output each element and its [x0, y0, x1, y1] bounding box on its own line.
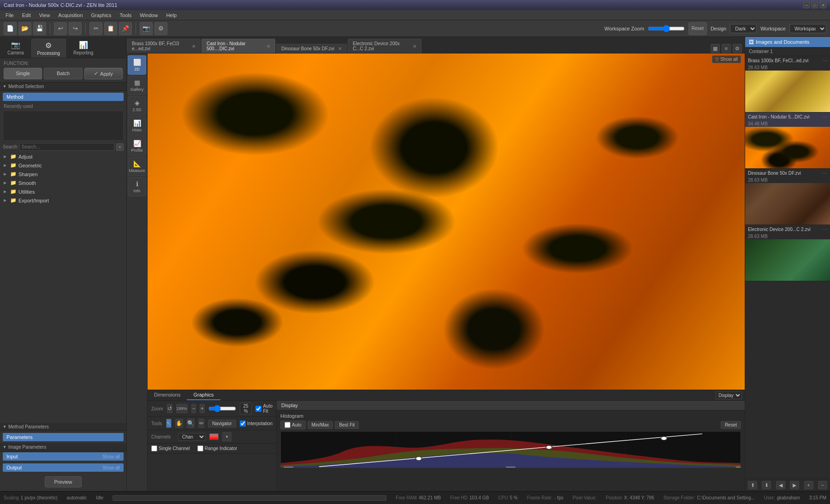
zoom-in-button[interactable]: +: [200, 404, 205, 413]
range-indicator-checkbox[interactable]: Range Indicator: [197, 445, 237, 451]
auto-fit-checkbox[interactable]: Auto Fit: [255, 403, 273, 414]
panel-add-button[interactable]: +: [804, 481, 813, 489]
navigator-button[interactable]: Navigator: [208, 420, 236, 427]
menu-edit[interactable]: Edit: [18, 12, 35, 19]
zoom-reset-button[interactable]: ↺: [167, 404, 172, 413]
view-profile-button[interactable]: 📈 Profile: [128, 136, 146, 156]
zoom-slider[interactable]: [208, 405, 236, 412]
theme-select[interactable]: Dark: [730, 24, 757, 33]
view-measure-button[interactable]: 📐 Measure: [128, 157, 146, 176]
panel-next-button[interactable]: ▶: [790, 481, 799, 489]
doc-brass-menu[interactable]: ···: [823, 58, 827, 63]
search-input[interactable]: [19, 143, 114, 151]
tab-electronic-close[interactable]: ✕: [413, 44, 416, 49]
menu-tools[interactable]: Tools: [116, 12, 136, 19]
input-show-all[interactable]: Show all: [102, 454, 120, 459]
interpolation-checkbox[interactable]: Interpolation: [240, 421, 273, 427]
tab-dinosaur-close[interactable]: ✕: [338, 46, 342, 51]
view-gallery-button[interactable]: ▦ Gallery: [128, 76, 146, 95]
menu-view[interactable]: View: [36, 12, 54, 19]
tool-cursor[interactable]: ↖: [166, 419, 172, 428]
channel-select[interactable]: Chan: [178, 433, 206, 441]
reset-button[interactable]: Reset: [688, 22, 707, 35]
input-section[interactable]: Input Show all: [3, 452, 124, 461]
preview-button[interactable]: Preview: [45, 476, 82, 487]
tab-brass-close[interactable]: ✕: [192, 44, 196, 49]
tab-castiron-close[interactable]: ✕: [267, 44, 270, 49]
show-all-button[interactable]: ▽ Show all: [712, 55, 741, 63]
doc-electronic-menu[interactable]: ···: [823, 226, 827, 232]
menu-window[interactable]: Window: [136, 12, 161, 19]
menu-acquisition[interactable]: Acquisition: [54, 12, 86, 19]
view-2d-button[interactable]: ⬜ 2D: [128, 55, 146, 75]
settings-tab-button[interactable]: ⚙: [733, 44, 742, 53]
panel-prev-button[interactable]: ◀: [776, 481, 785, 489]
bottom-panel-select[interactable]: Display: [716, 391, 742, 399]
view-info-button[interactable]: ℹ Info: [128, 177, 146, 196]
doc-dinosaur-menu[interactable]: ···: [823, 170, 827, 176]
workspace-zoom-slider[interactable]: [648, 25, 685, 32]
new-button[interactable]: 📄: [4, 22, 17, 35]
tree-item-adjust[interactable]: ▶ 📁 Adjust: [0, 152, 126, 161]
menu-file[interactable]: File: [2, 12, 18, 19]
tab-brass[interactable]: Brass 1000x BF, FeCl3 e...ed.zvi ✕: [127, 39, 201, 53]
tool-draw[interactable]: ✏: [198, 419, 204, 428]
auto-checkbox[interactable]: Auto: [280, 421, 306, 429]
menu-help[interactable]: Help: [162, 12, 180, 19]
menu-graphics[interactable]: Graphics: [88, 12, 115, 19]
tab-dinosaur[interactable]: Dinosaur Bone 50x DF.zvi ✕: [276, 44, 347, 53]
tree-item-sharpen[interactable]: ▶ 📁 Sharpen: [0, 170, 126, 178]
tab-electronic[interactable]: Electronic Device 200x C...C 2.zvi ✕: [348, 39, 421, 53]
close-button[interactable]: ✕: [820, 2, 826, 8]
open-button[interactable]: 📂: [18, 22, 31, 35]
tree-item-utilities[interactable]: ▶ 📁 Utilities: [0, 187, 126, 196]
panel-expand-button[interactable]: ⬆: [748, 481, 757, 489]
image-viewport[interactable]: ▽ Show all: [148, 53, 745, 390]
doc-castiron-menu[interactable]: ···: [823, 114, 827, 119]
output-section[interactable]: Output Show all: [3, 463, 124, 472]
view-histo-button[interactable]: 📊 Histo: [128, 116, 146, 136]
minimize-button[interactable]: ─: [803, 2, 810, 8]
histogram-reset-button[interactable]: Reset: [721, 421, 741, 429]
channel-expand[interactable]: ▼: [222, 432, 231, 441]
best-fit-button[interactable]: Best Fit: [335, 421, 359, 429]
tool-pan[interactable]: ✋: [175, 419, 183, 428]
copy-button[interactable]: 📋: [104, 22, 117, 35]
tab-processing[interactable]: ⚙ Processing: [31, 39, 66, 58]
settings-button[interactable]: ⚙: [154, 22, 167, 35]
save-button[interactable]: 💾: [33, 22, 46, 35]
panel-delete-button[interactable]: −: [818, 481, 827, 489]
maximize-button[interactable]: □: [812, 2, 818, 8]
doc-item-electronic[interactable]: Electronic Device 200...C 2.zvi ··· 28.6…: [745, 225, 830, 281]
panel-collapse-button[interactable]: ⬇: [762, 481, 771, 489]
doc-item-castiron[interactable]: Cast Iron - Nodular 5...DIC.zvi ··· 34.4…: [745, 113, 830, 169]
doc-item-brass[interactable]: Brass 1000x BF, FeCl...ed.zvi ··· 28.63 …: [745, 56, 830, 113]
view-25d-button[interactable]: ◈ 2.5D: [128, 96, 146, 115]
minmax-button[interactable]: Min/Max: [308, 421, 333, 429]
snapshot-button[interactable]: 📷: [140, 22, 153, 35]
cut-button[interactable]: ✂: [89, 22, 102, 35]
redo-button[interactable]: ↪: [69, 22, 82, 35]
method-params-header[interactable]: ▼ Method Parameters: [0, 423, 126, 431]
single-channel-checkbox[interactable]: Single Channel: [151, 445, 190, 451]
tab-castiron[interactable]: Cast Iron - Nodular 500....DIC.zvi ✕: [202, 39, 275, 53]
image-params-header[interactable]: ▼ Image Parameters: [0, 443, 126, 451]
tab-graphics[interactable]: Graphics: [187, 390, 220, 400]
list-view-button[interactable]: ≡: [722, 44, 731, 53]
zoom-out-button[interactable]: −: [191, 404, 196, 413]
tab-reporting[interactable]: 📊 Reporting: [68, 39, 99, 58]
tool-zoom-in[interactable]: 🔍: [187, 419, 195, 428]
tree-item-export-import[interactable]: ▶ 📁 Export/Import: [0, 196, 126, 205]
tab-dimensions[interactable]: Dimensions: [148, 390, 187, 400]
output-show-all[interactable]: Show all: [102, 465, 120, 470]
workspace-select[interactable]: Workspace: [789, 24, 826, 33]
apply-button[interactable]: ✓ Apply: [84, 68, 123, 79]
batch-button[interactable]: Batch: [44, 68, 82, 79]
undo-button[interactable]: ↩: [54, 22, 67, 35]
paste-button[interactable]: 📌: [119, 22, 132, 35]
tree-item-geometric[interactable]: ▶ 📁 Geometric: [0, 161, 126, 170]
search-clear-button[interactable]: ×: [116, 143, 124, 151]
method-section-header[interactable]: ▼ Method Selection: [0, 83, 126, 91]
single-button[interactable]: Single: [4, 68, 42, 79]
tree-item-smooth[interactable]: ▶ 📁 Smooth: [0, 178, 126, 187]
